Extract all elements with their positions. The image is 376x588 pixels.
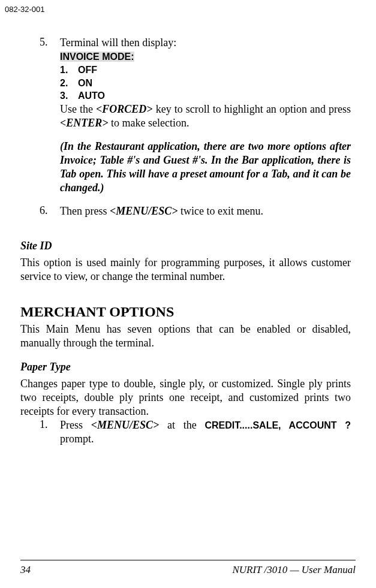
list-item-paper-1: 1. Press <MENU/ESC> at the CREDIT.....SA…: [40, 418, 351, 446]
menu-option-3: 3.AUTO: [60, 89, 351, 102]
menuesc-key-b: <MENU/ESC>: [91, 419, 160, 431]
item6-t1: Then press: [60, 205, 110, 217]
list-number-5: 5.: [40, 36, 60, 195]
item5-intro: Terminal will then display:: [60, 37, 176, 49]
enter-key: <ENTER>: [60, 117, 109, 129]
paper1-t2: at the: [159, 419, 204, 431]
paper1-t1: Press: [60, 419, 91, 431]
use-text-2: key to scroll to highlight an option and…: [153, 103, 351, 115]
list-body-6: Then press <MENU/ESC> twice to exit menu…: [60, 204, 351, 218]
menu-opt1-label: OFF: [78, 65, 97, 75]
menuesc-key-a: <MENU/ESC>: [110, 205, 178, 217]
menu-opt1-num: 1.: [60, 64, 78, 77]
list-number-paper-1: 1.: [40, 418, 60, 446]
footer-manual-title: NURIT /3010 — User Manual: [232, 564, 356, 576]
page: 082-32-001 5. Terminal will then display…: [0, 0, 376, 588]
list-body-paper-1: Press <MENU/ESC> at the CREDIT.....SALE,…: [60, 418, 351, 446]
page-number: 34: [20, 564, 31, 576]
document-id: 082-32-001: [5, 5, 45, 14]
credit-sale-account: CREDIT.....SALE, ACCOUNT ?: [204, 420, 351, 430]
menu-opt2-label: ON: [78, 78, 92, 88]
menu-opt2-num: 2.: [60, 77, 78, 90]
page-content: 5. Terminal will then display: INVOICE M…: [20, 36, 356, 446]
use-text-1: Use the: [60, 103, 96, 115]
page-footer: 34 NURIT /3010 — User Manual: [20, 560, 356, 576]
paper1-t3: prompt.: [60, 433, 94, 445]
site-id-body: This option is used mainly for programmi…: [20, 256, 351, 284]
menu-opt3-label: AUTO: [78, 91, 105, 101]
use-text-3: to make selection.: [109, 117, 189, 129]
menu-option-2: 2.ON: [60, 77, 351, 90]
item6-t2: twice to exit menu.: [178, 205, 263, 217]
site-id-heading: Site ID: [20, 240, 351, 252]
list-item-6: 6. Then press <MENU/ESC> twice to exit m…: [40, 204, 351, 218]
merchant-options-body: This Main Menu has seven options that ca…: [20, 322, 351, 350]
list-number-6: 6.: [40, 204, 60, 218]
invoice-mode-label: INVOICE MODE:: [60, 52, 134, 62]
forced-key: <FORCED>: [96, 103, 153, 115]
paper-type-heading: Paper Type: [20, 361, 351, 373]
list-item-5: 5. Terminal will then display: INVOICE M…: [40, 36, 351, 195]
paper-type-body: Changes paper type to double, single ply…: [20, 377, 351, 418]
list-body-5: Terminal will then display: INVOICE MODE…: [60, 36, 351, 195]
menu-opt3-num: 3.: [60, 89, 78, 102]
merchant-options-heading: MERCHANT OPTIONS: [20, 304, 351, 320]
menu-option-1: 1.OFF: [60, 64, 351, 77]
item5-note: (In the Restaurant application, there ar…: [60, 140, 351, 195]
